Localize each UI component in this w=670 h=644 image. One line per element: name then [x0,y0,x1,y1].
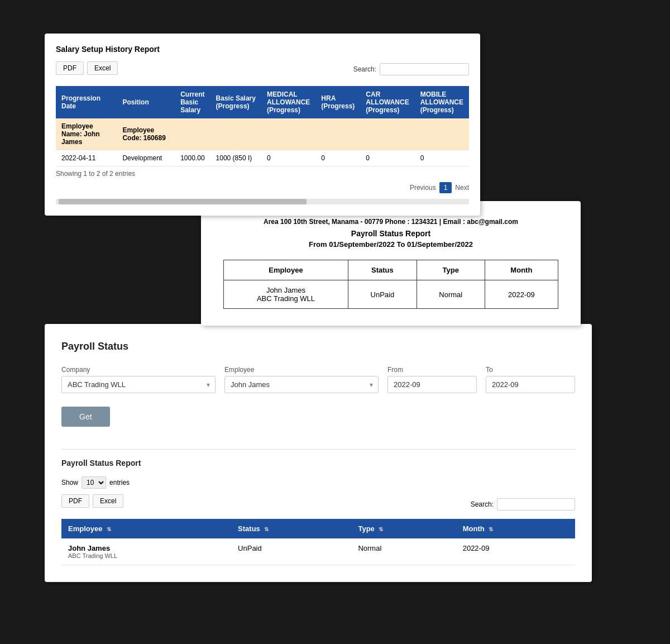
print-col-status: Status [348,260,417,280]
table-row: 2022-04-11 Development 1000.00 1000 (850… [56,150,469,166]
panel1-pdf-btn[interactable]: PDF [56,61,84,75]
panel1-search-bar: Search: [353,63,469,75]
panel1-scrollbar[interactable] [56,199,469,204]
main-cell-status: UnPaid [231,538,351,565]
col-position: Position [117,86,175,118]
print-emp-company: ABC Trading WLL [233,294,339,303]
employee-field: Employee John James [224,366,379,393]
main-emp-company: ABC Trading WLL [68,552,224,559]
report-pdf-btn[interactable]: PDF [61,494,89,508]
report-header: Area 100 10th Street, Manama - 00779 Pho… [223,218,558,249]
scrollbar-thumb [59,199,307,204]
cell-mobile: 0 [415,150,469,166]
to-input[interactable] [486,376,575,393]
cell-current-basic: 1000.00 [175,150,210,166]
cell-hra: 0 [315,150,360,166]
table-row-group: Employee Name: John James Employee Code:… [56,118,469,150]
company-select-wrapper: ABC Trading WLL [61,376,216,393]
to-field: To [486,366,575,393]
from-input[interactable] [387,376,477,393]
col-current-basic: CurrentBasicSalary [175,86,210,118]
employee-select[interactable]: John James [224,376,379,393]
report-excel-btn[interactable]: Excel [93,494,123,508]
main-col-status: Status ⇅ [231,519,351,538]
print-cell-month: 2022-09 [485,280,558,309]
main-cell-month: 2022-09 [456,538,575,565]
group-employee-code: Employee Code: 160689 [117,118,175,150]
panel1-title: Salary Setup History Report [56,45,469,54]
payroll-print-panel: Area 100 10th Street, Manama - 00779 Pho… [201,201,581,326]
to-label: To [486,366,575,374]
report-address: Area 100 10th Street, Manama - 00779 Pho… [223,218,558,226]
cell-medical: 0 [261,150,315,166]
main-cell-employee: John James ABC Trading WLL [61,538,231,565]
col-progression-date: ProgressionDate [56,86,117,118]
main-table-row: John James ABC Trading WLL UnPaid Normal… [61,538,575,565]
company-field: Company ABC Trading WLL [61,366,216,393]
form-grid: Company ABC Trading WLL Employee John Ja… [61,366,575,393]
col-hra: HRA(Progress) [315,86,360,118]
main-col-type: Type ⇅ [351,519,456,538]
col-car: CARALLOWANCE(Progress) [360,86,414,118]
report-btn-row: PDF Excel [61,494,123,508]
cell-basic-progress: 1000 (850 I) [210,150,261,166]
main-cell-type: Normal [351,538,456,565]
from-field: From [387,366,477,393]
panel3-title: Payroll Status [61,341,575,352]
pagination-page1[interactable]: 1 [439,182,452,193]
table-search-bar: Search: [471,498,575,511]
status-sort-icon: ⇅ [264,526,269,532]
get-button[interactable]: Get [61,407,110,427]
main-col-month: Month ⇅ [456,519,575,538]
from-label: From [387,366,477,374]
panel1-excel-btn[interactable]: Excel [87,61,118,75]
cell-car: 0 [360,150,414,166]
panel1-showing-text: Showing 1 to 2 of 2 entries [56,170,469,178]
cell-position: Development [117,150,175,166]
col-mobile: MOBILEALLOWANCE(Progress) [415,86,469,118]
show-label: Show [61,479,78,486]
pagination-previous[interactable]: Previous [410,184,436,192]
employee-sort-icon: ⇅ [107,526,111,532]
col-medical: MEDICALALLOWANCE(Progress) [261,86,315,118]
report-date-range: From 01/September/2022 To 01/September/2… [223,240,558,249]
main-col-employee: Employee ⇅ [61,519,231,538]
section-divider [61,449,575,450]
print-cell-status: UnPaid [348,280,417,309]
print-table: Employee Status Type Month John James AB… [223,260,558,309]
print-emp-name: John James [233,286,339,294]
entries-select[interactable]: 10 25 50 [82,476,106,489]
report-section-title: Payroll Status Report [61,459,575,468]
print-table-row: John James ABC Trading WLL UnPaid Normal… [224,280,558,309]
show-entries-row: Show 10 25 50 entries [61,476,575,489]
entries-label: entries [109,479,130,486]
employee-select-wrapper: John James [224,376,379,393]
panel1-search-label: Search: [353,65,376,73]
print-cell-employee: John James ABC Trading WLL [224,280,348,309]
print-cell-type: Normal [417,280,485,309]
type-sort-icon: ⇅ [379,526,383,532]
print-col-type: Type [417,260,485,280]
month-sort-icon: ⇅ [489,526,493,532]
main-table: Employee ⇅ Status ⇅ Type ⇅ Month ⇅ [61,519,575,565]
panel1-search-input[interactable] [380,63,469,75]
main-emp-name: John James [68,544,224,552]
group-employee-name: Employee Name: John James [56,118,117,150]
print-col-employee: Employee [224,260,348,280]
panel1-btn-row: PDF Excel [56,61,118,75]
company-select[interactable]: ABC Trading WLL [61,376,216,393]
panel1-table: ProgressionDate Position CurrentBasicSal… [56,86,469,166]
report-title: Payroll Status Report [223,229,558,238]
table-search-input[interactable] [497,498,575,511]
company-label: Company [61,366,216,374]
pagination-next[interactable]: Next [455,184,469,192]
salary-history-panel: Salary Setup History Report PDF Excel Se… [45,34,480,216]
table-search-label: Search: [471,500,494,508]
print-col-month: Month [485,260,558,280]
col-basic-progress: Basic Salary(Progress) [210,86,261,118]
table-toolbar: PDF Excel Search: [61,494,575,514]
panel1-pagination: Previous 1 Next [56,182,469,193]
employee-label: Employee [224,366,379,374]
payroll-status-panel: Payroll Status Company ABC Trading WLL E… [45,324,592,582]
cell-date: 2022-04-11 [56,150,117,166]
